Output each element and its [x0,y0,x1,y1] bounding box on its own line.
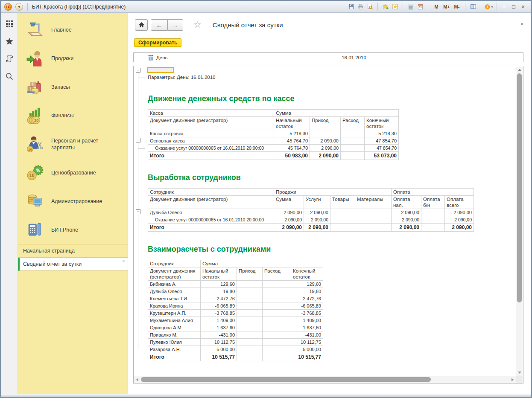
column-header-cell[interactable]: Материалы [355,196,392,209]
sidebar-item-prodazhi[interactable]: Продажи [18,44,128,73]
cell-value[interactable]: 45 764,70 [274,137,310,145]
cell-value[interactable]: -3 768,85 [201,310,237,317]
cell-value[interactable]: 10 515,77 [291,353,323,361]
cell-value[interactable]: 47 854,70 [365,137,399,145]
row-label[interactable]: Пулевко Юлия [148,339,201,346]
column-header-cell[interactable]: Оплата нал. [392,196,421,209]
group-collapse-toggle[interactable]: − [136,209,140,214]
history-icon[interactable] [4,54,15,64]
favorite-star-icon[interactable]: ☆ [193,20,202,30]
sidebar-item-glavnoe[interactable]: Главное [18,15,128,44]
cell-value[interactable] [355,209,392,216]
sidebar-item-finansy[interactable]: 10Финансы [18,101,128,130]
row-label[interactable]: Крузештерн А.П. [148,310,201,317]
close-button[interactable]: × [518,3,528,11]
column-header-cell[interactable]: Оплата б/н [421,196,445,209]
generate-button[interactable]: Сформировать [134,38,181,47]
cell-value[interactable]: 47 854,70 [365,145,399,152]
scroll-left-arrow[interactable] [136,378,138,381]
minimize-button[interactable]: – [500,3,509,11]
column-header-cell[interactable]: Сумма [274,196,304,209]
cell-value[interactable] [341,137,365,145]
sidebar-item-personal[interactable]: 10Персонал и расчет зарплаты [18,130,128,158]
total-row-label[interactable]: Итого [148,353,201,361]
maximize-button[interactable]: □ [509,3,518,11]
group-header-cell[interactable]: Сумма [274,110,399,117]
cell-value[interactable] [341,152,365,160]
cell-value[interactable]: 50 983,00 [274,152,310,160]
cell-value[interactable] [330,209,355,216]
column-header-cell[interactable]: Приход [237,267,263,281]
row-label[interactable]: Бибикина А. [148,281,201,288]
horizontal-scrollbar[interactable] [134,376,516,383]
cell-value[interactable]: 2 090,00 [392,216,421,224]
period-filter-row[interactable]: День 16.01.2010 [133,52,523,62]
save-icon[interactable] [346,3,356,11]
group-header-cell[interactable]: Оплата [392,189,474,196]
cell-value[interactable]: 10 112,75 [291,339,323,346]
cell-value[interactable]: 5 000,00 [291,346,323,353]
cell-value[interactable]: -431,00 [201,331,237,339]
cell-value[interactable]: 1 637,60 [291,324,323,331]
row-label[interactable]: Привалко М. [148,331,201,339]
cell-value[interactable]: -3 768,85 [291,310,323,317]
form-close-button[interactable]: × [521,21,523,26]
column-header-cell[interactable]: Конечный остаток [291,267,323,281]
back-button[interactable]: ← [151,19,168,31]
cell-value[interactable]: 2 090,00 [392,224,421,232]
group-header-cell[interactable]: Сумма [201,260,323,267]
cell-value[interactable]: 5 000,00 [201,346,237,353]
column-header-cell[interactable]: Товары [330,196,355,209]
cell-value[interactable] [355,216,392,224]
doc-header-cell[interactable]: Документ движения (регистратор) [148,196,274,209]
column-header-cell[interactable]: Начальный остаток [274,117,310,130]
row-label[interactable]: Дулыба Олеся [148,288,201,295]
cell-value[interactable]: 1 409,00 [201,317,237,324]
scroll-right-arrow[interactable] [512,378,514,381]
cell-value[interactable] [237,281,263,288]
cell-value[interactable] [263,302,291,310]
cell-value[interactable] [237,302,263,310]
sidebar-item-cenoobrazovanie[interactable]: %10Ценообразование [18,158,128,187]
search-icon[interactable] [4,71,15,81]
row-label[interactable]: Оказание услуг 00000000065 от 16.01.2010… [148,216,274,224]
cell-value[interactable]: 2 090,00 [304,209,330,216]
memory-subtract-button[interactable]: M- [452,4,462,9]
cell-value[interactable]: 2 090,00 [392,209,421,216]
favorites-window-icon[interactable] [390,3,400,11]
cell-value[interactable]: 2 090,00 [445,216,474,224]
cell-value[interactable] [341,145,365,152]
cell-value[interactable]: 10 515,77 [201,353,237,361]
home-button[interactable] [135,19,148,31]
cell-value[interactable]: 1 637,60 [201,324,237,331]
row-label[interactable]: Оказание услуг 00000000065 от 16.01.2010… [148,145,274,152]
cell-value[interactable] [263,353,291,361]
vertical-scrollbar[interactable] [516,67,523,376]
cell-value[interactable] [310,130,341,137]
cell-value[interactable] [330,216,355,224]
column-header-cell[interactable]: Приход [310,117,341,130]
cell-value[interactable]: 2 472,76 [201,295,237,302]
period-filter-value[interactable]: 16.01.2010 [185,55,523,60]
cell-value[interactable] [421,216,445,224]
cell-value[interactable]: 2 090,00 [304,216,330,224]
add-to-favorites-icon[interactable] [381,3,390,11]
cell-value[interactable]: 2 090,00 [274,224,304,232]
cell-value[interactable]: 2 090,00 [310,152,341,160]
group-header-cell[interactable]: Продажи [274,189,392,196]
row-label[interactable]: Мухаметшина Алия [148,317,201,324]
calendar-icon[interactable]: 31 [415,3,425,11]
favorites-icon[interactable] [4,36,15,46]
cell-value[interactable] [237,317,263,324]
cell-value[interactable] [263,317,291,324]
info-dropdown-icon[interactable]: i [484,3,494,11]
calculator-icon[interactable] [406,3,415,11]
cell-value[interactable] [263,331,291,339]
split-window-icon[interactable] [468,3,478,11]
cell-value[interactable] [263,324,291,331]
column-header-cell[interactable]: Расход [263,267,291,281]
cell-value[interactable] [263,310,291,317]
row-label[interactable]: Дулыба Олеся [148,209,274,216]
forward-button[interactable]: → [168,19,183,31]
cell-value[interactable]: 2 472,76 [291,295,323,302]
